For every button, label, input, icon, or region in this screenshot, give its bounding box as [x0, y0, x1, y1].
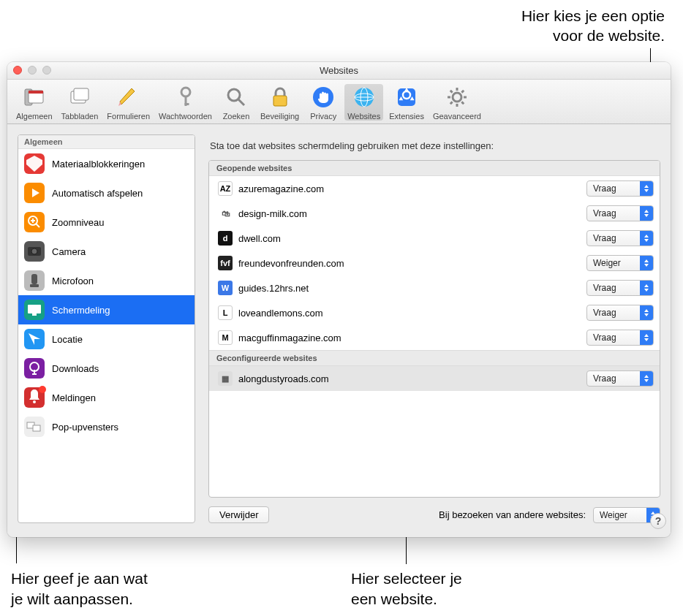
toolbar-websites[interactable]: Websites: [344, 84, 383, 121]
gear-icon: [444, 84, 470, 110]
website-row[interactable]: ▦ alongdustyroads.com Vraag: [209, 366, 660, 391]
sidebar-item-schermdeling[interactable]: Schermdeling: [18, 295, 195, 324]
svg-point-5: [181, 88, 190, 96]
websites-table: Geopende websites AZ azuremagazine.com V…: [208, 160, 660, 498]
sidebar-item-label: Zoomniveau: [52, 217, 105, 228]
sidebar-item-label: Pop-upvensters: [52, 422, 118, 433]
toolbar-label: Geavanceerd: [433, 112, 481, 121]
sidebar-item-pop-upvensters[interactable]: Pop-upvensters: [18, 412, 195, 441]
website-option-popup[interactable]: Vraag: [586, 205, 654, 221]
sidebar-icon: [24, 417, 45, 437]
website-option-popup[interactable]: Vraag: [586, 180, 654, 197]
svg-line-29: [36, 224, 39, 227]
sidebar-item-downloads[interactable]: Downloads: [18, 354, 195, 383]
sidebar-icon: [24, 387, 45, 408]
toolbar-privacy[interactable]: Privacy: [305, 84, 342, 121]
sidebar-icon: [24, 329, 45, 349]
other-websites-label: Bij bezoeken van andere websites:: [439, 509, 586, 520]
sidebar-item-locatie[interactable]: Locatie: [18, 324, 195, 354]
toolbar-label: Websites: [347, 112, 380, 121]
toolbar-label: Privacy: [310, 112, 336, 121]
open-websites-header: Geopende websites: [209, 161, 660, 176]
sidebar-item-zoomniveau[interactable]: Zoomniveau: [18, 208, 195, 237]
svg-rect-35: [30, 284, 39, 287]
svg-rect-36: [28, 305, 41, 313]
footer-row: Verwijder Bij bezoeken van andere websit…: [208, 506, 660, 523]
toolbar-label: Formulieren: [107, 112, 150, 121]
titlebar: Websites: [7, 62, 671, 80]
window-body: Algemeen MateriaalblokkeringenAutomatisc…: [7, 124, 671, 533]
sidebar-item-label: Automatisch afspelen: [52, 188, 143, 199]
svg-marker-38: [29, 333, 40, 345]
toolbar-zoeken[interactable]: Zoeken: [218, 84, 254, 121]
website-domain: azuremagazine.com: [238, 183, 581, 194]
sidebar-icon: [24, 358, 45, 379]
favicon: M: [218, 330, 233, 345]
website-option-popup[interactable]: Vraag: [586, 330, 654, 346]
website-option-popup[interactable]: Weiger: [586, 255, 654, 271]
badge-dot: [39, 386, 46, 393]
toolbar-wachtwoorden[interactable]: Wachtwoorden: [156, 84, 215, 121]
svg-rect-4: [74, 88, 88, 100]
tabs-icon: [67, 84, 93, 110]
website-domain: macguffinmagazine.com: [238, 332, 581, 343]
svg-marker-27: [32, 189, 39, 197]
sidebar-item-materiaalblokkeringen[interactable]: Materiaalblokkeringen: [18, 149, 195, 178]
website-domain: loveandlemons.com: [238, 308, 581, 319]
website-row[interactable]: fvf freundevonfreunden.com Weiger: [209, 251, 660, 275]
svg-line-24: [450, 91, 453, 93]
main-panel: Sta toe dat websites schermdeling gebrui…: [208, 134, 660, 523]
svg-rect-42: [33, 425, 40, 431]
toolbar-beveiliging[interactable]: Beveiliging: [257, 84, 302, 121]
extensions-icon: [393, 84, 420, 110]
sidebar-item-camera[interactable]: Camera: [18, 237, 195, 266]
toolbar-label: Algemeen: [16, 112, 53, 121]
favicon: W: [218, 281, 233, 295]
website-row[interactable]: M macguffinmagazine.com Vraag: [209, 325, 660, 350]
sidebar-icon: [24, 153, 45, 174]
sidebar-icon: [24, 183, 45, 203]
svg-rect-7: [184, 103, 189, 105]
help-button[interactable]: ?: [650, 513, 666, 529]
toolbar-geavanceerd[interactable]: Geavanceerd: [430, 84, 484, 121]
sidebar-item-label: Camera: [52, 246, 86, 257]
website-option-popup[interactable]: Vraag: [586, 230, 654, 246]
website-row[interactable]: 🛍 design-milk.com Vraag: [209, 201, 660, 226]
callout-bottom-left: Hier geef je aan watje wilt aanpassen.: [11, 569, 148, 609]
website-domain: guides.12hrs.net: [238, 283, 581, 294]
website-row[interactable]: AZ azuremagazine.com Vraag: [209, 176, 660, 201]
toolbar-label: Beveiliging: [260, 112, 299, 121]
toolbar-extensies[interactable]: Extensies: [386, 84, 427, 121]
website-domain: dwell.com: [238, 233, 581, 244]
toolbar-algemeen[interactable]: Algemeen: [13, 84, 56, 121]
favicon: AZ: [218, 181, 233, 196]
favicon: L: [218, 305, 233, 320]
sidebar-item-meldingen[interactable]: Meldingen: [18, 383, 195, 412]
website-row[interactable]: L loveandlemons.com Vraag: [209, 300, 660, 325]
toolbar-tabbladen[interactable]: Tabbladen: [59, 84, 102, 121]
pencil-icon: [116, 84, 142, 110]
website-option-popup[interactable]: Vraag: [586, 305, 654, 321]
sidebar-item-automatisch-afspelen[interactable]: Automatisch afspelen: [18, 178, 195, 208]
website-domain: alongdustyroads.com: [238, 373, 581, 384]
toolbar-label: Wachtwoorden: [159, 112, 212, 121]
remove-button[interactable]: Verwijder: [208, 506, 269, 523]
website-option-popup[interactable]: Vraag: [586, 280, 654, 296]
key-icon: [173, 84, 199, 110]
window-title: Websites: [7, 62, 671, 80]
sidebar-item-microfoon[interactable]: Microfoon: [18, 266, 195, 295]
website-option-popup[interactable]: Vraag: [586, 370, 654, 387]
sidebar-item-label: Schermdeling: [52, 305, 110, 316]
toolbar-formulieren[interactable]: Formulieren: [104, 84, 153, 121]
svg-point-40: [33, 400, 36, 403]
favicon: d: [218, 231, 233, 246]
categories-sidebar: Algemeen MateriaalblokkeringenAutomatisc…: [18, 134, 195, 523]
website-domain: freundevonfreunden.com: [238, 258, 581, 269]
globe-icon: [351, 84, 377, 110]
sidebar-item-label: Downloads: [52, 363, 99, 374]
website-row[interactable]: d dwell.com Vraag: [209, 226, 660, 251]
favicon: 🛍: [218, 206, 233, 221]
website-row[interactable]: W guides.12hrs.net Vraag: [209, 275, 660, 300]
svg-point-18: [453, 93, 461, 102]
callout-bottom-right: Hier selecteer jeeen website.: [351, 569, 462, 609]
